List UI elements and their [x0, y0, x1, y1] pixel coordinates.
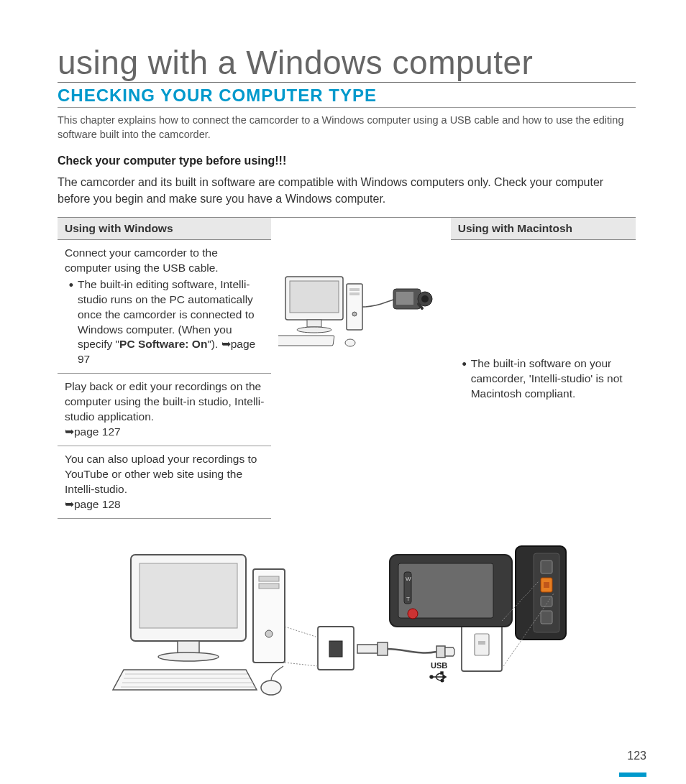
check-heading: Check your computer type before using!!!: [58, 155, 636, 167]
mac-cell: • The built-in software on your camcorde…: [451, 239, 636, 518]
svg-rect-8: [278, 336, 334, 346]
svg-line-30: [285, 663, 318, 666]
svg-rect-2: [307, 320, 321, 327]
svg-point-3: [297, 327, 331, 333]
svg-rect-36: [441, 672, 443, 674]
svg-rect-51: [544, 582, 549, 588]
header-windows: Using with Windows: [58, 217, 271, 239]
svg-point-26: [261, 681, 281, 695]
win3-text: You can also upload your recordings to Y…: [65, 453, 257, 495]
svg-rect-33: [436, 646, 445, 658]
table-header-row: Using with Windows Using with Macintosh: [58, 217, 636, 239]
computer-camcorder-small-illustration: [278, 264, 444, 372]
win3-ref: page 128: [74, 498, 121, 510]
windows-cell-1: Connect your camcorder to the computer u…: [58, 239, 271, 373]
usb-connection-illustration: USB W T: [102, 540, 591, 706]
header-spacer: [271, 217, 450, 239]
svg-rect-52: [541, 596, 552, 607]
svg-rect-15: [140, 563, 237, 628]
page-accent-bar: [619, 773, 646, 777]
win2-text: Play back or edit your recordings on the…: [65, 380, 264, 423]
illustration-cell: [271, 239, 450, 518]
svg-rect-53: [541, 611, 552, 624]
compatibility-table: Using with Windows Using with Macintosh …: [58, 217, 636, 519]
bullet-icon: •: [65, 277, 78, 368]
svg-rect-5: [349, 288, 360, 291]
section-title: CHECKING YOUR COMPUTER TYPE: [58, 86, 636, 108]
mac-bullet-text: The built-in software on your camcorder,…: [471, 356, 628, 402]
windows-cell-3: You can also upload your recordings to Y…: [58, 446, 271, 518]
svg-rect-28: [329, 641, 342, 657]
svg-line-29: [285, 627, 318, 637]
svg-point-37: [441, 679, 444, 682]
svg-text:W: W: [406, 576, 411, 582]
page-ref-arrow-icon: ➥: [221, 338, 231, 350]
svg-point-9: [345, 339, 355, 346]
svg-point-21: [265, 630, 273, 637]
win1-b-p2: ").: [207, 338, 221, 350]
usb-label-text: USB: [431, 661, 447, 670]
svg-rect-1: [290, 281, 339, 313]
svg-text:T: T: [406, 596, 410, 602]
svg-point-13: [421, 295, 429, 303]
svg-rect-31: [357, 645, 378, 653]
header-mac: Using with Macintosh: [451, 217, 636, 239]
win1-bullet: The built-in editing software, Intelli-s…: [78, 277, 264, 368]
bullet-icon: •: [458, 356, 471, 402]
page-ref-arrow-icon: ➥: [65, 498, 74, 510]
svg-rect-40: [478, 641, 485, 645]
svg-rect-19: [259, 576, 279, 581]
table-row: Connect your camcorder to the computer u…: [58, 239, 636, 373]
page-number: 123: [627, 750, 646, 762]
check-body: The camcorder and its built in software …: [58, 175, 636, 207]
page-title: using with a Windows computer: [58, 43, 636, 83]
svg-rect-20: [259, 584, 279, 589]
intro-paragraph: This chapter explains how to connect the…: [58, 114, 636, 142]
svg-point-46: [408, 609, 418, 619]
page-ref-arrow-icon: ➥: [65, 425, 74, 438]
win2-ref: page 127: [74, 425, 121, 438]
svg-rect-32: [378, 642, 388, 655]
svg-rect-6: [349, 292, 360, 295]
svg-point-7: [352, 312, 357, 316]
windows-cell-2: Play back or edit your recordings on the…: [58, 374, 271, 446]
svg-rect-11: [396, 292, 413, 305]
win1-b-bold: PC Software: On: [119, 338, 207, 350]
svg-rect-49: [541, 561, 552, 573]
svg-point-17: [158, 652, 219, 661]
win1-lead: Connect your camcorder to the computer u…: [65, 246, 219, 274]
